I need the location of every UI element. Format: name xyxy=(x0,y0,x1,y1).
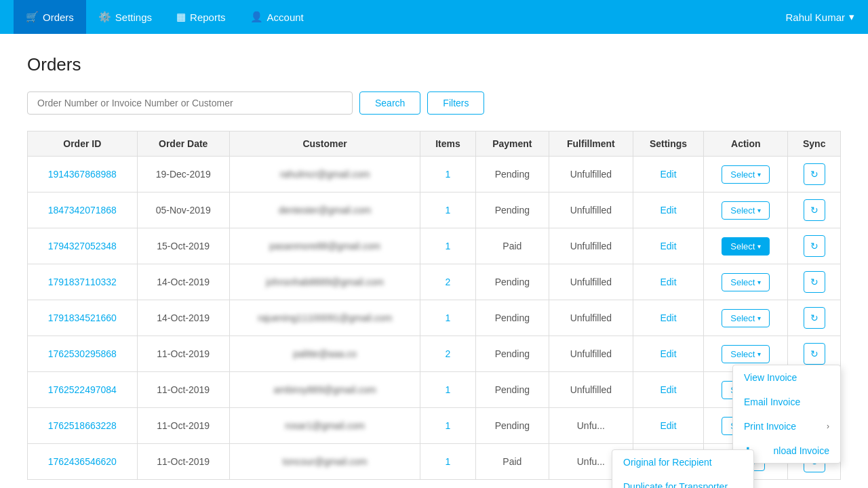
payment-cell: Pending xyxy=(475,300,549,336)
select-button[interactable]: Select ▾ xyxy=(722,165,770,184)
customer-email: rosar1@gmail.com xyxy=(285,420,365,431)
email-invoice-item[interactable]: Email Invoice xyxy=(733,390,840,414)
order-id-cell: 1914367868988 xyxy=(28,157,138,192)
edit-link[interactable]: Edit xyxy=(660,205,676,216)
nav-settings-label: Settings xyxy=(115,12,152,23)
customer-email: rahulmcr@gmail.com xyxy=(280,169,370,180)
duplicate-transporter-item[interactable]: Duplicate for Transporter xyxy=(612,474,753,488)
nav-settings[interactable]: ⚙️ Settings xyxy=(86,0,164,34)
fulfillment-cell: Unfulfilled xyxy=(549,336,633,372)
search-input[interactable] xyxy=(27,92,353,115)
sync-button[interactable]: ↻ xyxy=(804,307,825,329)
customer-email: rajuening11100091@gmail.com xyxy=(258,312,392,323)
order-id-link[interactable]: 1762518663228 xyxy=(48,420,117,431)
order-id-cell: 1762518663228 xyxy=(28,408,138,444)
order-date-cell: 15-Oct-2019 xyxy=(137,228,229,264)
nav-account-label: Account xyxy=(267,12,304,23)
original-recipient-label: Original for Recipient xyxy=(623,457,712,468)
fulfillment-cell: Unfulfilled xyxy=(549,264,633,300)
settings-cell: Edit xyxy=(633,192,703,228)
customer-cell: rosar1@gmail.com xyxy=(229,408,420,444)
payment-cell: Pending xyxy=(475,192,549,228)
order-id-link[interactable]: 1762436546620 xyxy=(48,456,117,467)
table-wrapper: Order ID Order Date Customer Items Payme… xyxy=(27,131,841,480)
select-button[interactable]: Select ▾ xyxy=(722,309,770,327)
edit-link[interactable]: Edit xyxy=(660,420,676,431)
nav-reports[interactable]: ▦ Reports xyxy=(164,0,238,34)
customer-email: toncour@gmail.com xyxy=(283,456,368,467)
settings-cell: Edit xyxy=(633,408,703,444)
order-id-cell: 1762436546620 xyxy=(28,444,138,480)
action-cell: Select ▾ xyxy=(704,300,788,336)
items-count: 2 xyxy=(446,348,451,359)
edit-link[interactable]: Edit xyxy=(660,241,676,251)
edit-link[interactable]: Edit xyxy=(660,384,676,395)
caret-icon: ▾ xyxy=(757,279,761,286)
original-recipient-item[interactable]: Original for Recipient xyxy=(612,450,753,474)
select-button[interactable]: Select ▾ xyxy=(722,237,770,256)
edit-link[interactable]: Edit xyxy=(660,312,676,323)
items-cell: 1 xyxy=(420,444,475,480)
items-cell: 2 xyxy=(420,336,475,372)
table-header: Order ID Order Date Customer Items Payme… xyxy=(28,131,841,157)
order-date-cell: 14-Oct-2019 xyxy=(137,300,229,336)
edit-link[interactable]: Edit xyxy=(660,277,676,287)
sync-button[interactable]: ↻ xyxy=(804,163,825,185)
customer-cell: pasanmore88@gmail.com xyxy=(229,228,420,264)
settings-cell: Edit xyxy=(633,228,703,264)
sync-cell: ↻ xyxy=(788,228,841,264)
order-id-link[interactable]: 1791837110332 xyxy=(48,277,117,287)
col-items: Items xyxy=(420,131,475,157)
sync-cell: ↻ xyxy=(788,192,841,228)
col-settings: Settings xyxy=(633,131,703,157)
table-body: 1914367868988 19-Dec-2019 rahulmcr@gmail… xyxy=(28,157,841,480)
items-cell: 2 xyxy=(420,264,475,300)
payment-cell: Pending xyxy=(475,157,549,192)
order-date-cell: 19-Dec-2019 xyxy=(137,157,229,192)
order-id-link[interactable]: 1762522497084 xyxy=(48,384,117,395)
order-id-link[interactable]: 1794327052348 xyxy=(48,241,117,251)
filters-button[interactable]: Filters xyxy=(427,92,484,115)
customer-cell: rahulmcr@gmail.com xyxy=(229,157,420,192)
table-row: 1791837110332 14-Oct-2019 johnsnhab8889@… xyxy=(28,264,841,300)
customer-cell: rajuening11100091@gmail.com xyxy=(229,300,420,336)
nav-orders[interactable]: 🛒 Orders xyxy=(14,0,86,34)
order-date-cell: 05-Nov-2019 xyxy=(137,192,229,228)
edit-link[interactable]: Edit xyxy=(660,169,676,180)
edit-link[interactable]: Edit xyxy=(660,348,676,359)
select-button[interactable]: Select ▾ xyxy=(722,345,770,363)
items-cell: 1 xyxy=(420,228,475,264)
order-id-link[interactable]: 1847342071868 xyxy=(48,205,117,216)
order-id-cell: 1794327052348 xyxy=(28,228,138,264)
sync-button[interactable]: ↻ xyxy=(804,271,825,293)
user-menu[interactable]: Rahul Kumar ▾ xyxy=(785,11,854,23)
sync-button[interactable]: ↻ xyxy=(804,343,825,365)
download-invoice-label: nload Invoice xyxy=(773,445,829,456)
order-id-link[interactable]: 1914367868988 xyxy=(48,169,117,180)
settings-icon: ⚙️ xyxy=(98,11,111,23)
user-name: Rahul Kumar xyxy=(785,12,845,23)
col-fulfillment: Fulfillment xyxy=(549,131,633,157)
sync-button[interactable]: ↻ xyxy=(804,199,825,221)
nav-account[interactable]: 👤 Account xyxy=(238,0,316,34)
sync-button[interactable]: ↻ xyxy=(804,235,825,257)
customer-email: ambiroy889@gmail.com xyxy=(274,384,376,395)
order-id-link[interactable]: 1791834521660 xyxy=(48,312,117,323)
fulfillment-cell: Unfulfilled xyxy=(549,228,633,264)
customer-email: palitte@aaa.co xyxy=(293,348,357,359)
account-icon: 👤 xyxy=(250,11,263,23)
table-row: 1847342071868 05-Nov-2019 dentester@gmai… xyxy=(28,192,841,228)
print-invoice-item[interactable]: Print Invoice › xyxy=(733,414,840,439)
view-invoice-item[interactable]: View Invoice xyxy=(733,365,840,390)
payment-cell: Pending xyxy=(475,408,549,444)
select-button[interactable]: Select ▾ xyxy=(722,273,770,291)
order-id-link[interactable]: 1762530295868 xyxy=(48,348,117,359)
items-count: 1 xyxy=(446,241,451,251)
caret-icon: ▾ xyxy=(757,171,761,178)
col-payment: Payment xyxy=(475,131,549,157)
order-id-cell: 1791837110332 xyxy=(28,264,138,300)
select-button[interactable]: Select ▾ xyxy=(722,201,770,220)
search-button[interactable]: Search xyxy=(359,92,420,115)
col-customer: Customer xyxy=(229,131,420,157)
table-row: 1791834521660 14-Oct-2019 rajuening11100… xyxy=(28,300,841,336)
